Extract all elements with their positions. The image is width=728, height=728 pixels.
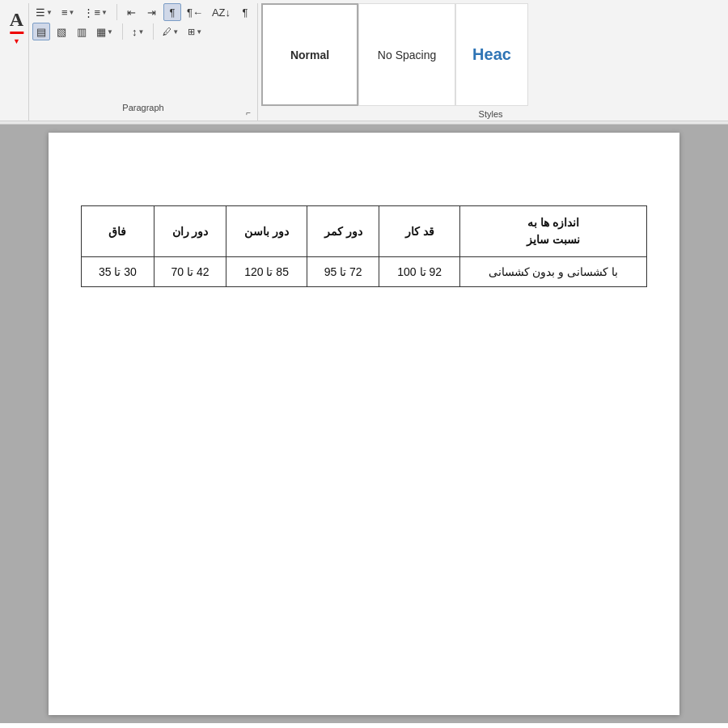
shading-icon: 🖊 <box>163 27 171 36</box>
rtl-paragraph-button[interactable]: ¶← <box>184 3 206 21</box>
paragraph-row-2: ▤ ▧ ▥ ▦ ▼ ↕ ▼ 🖊 <box>32 23 254 40</box>
align-left-button[interactable]: ▤ <box>32 23 50 40</box>
table-header-waist: دور کمر <box>307 206 379 257</box>
table-cell-thigh: 42 تا 70 <box>154 257 226 287</box>
paragraph-section: ☰ ▼ ≡ ▼ ⋮≡ ▼ ⇤ ⇥ ¶ <box>29 3 258 121</box>
show-marks-button[interactable]: ¶ <box>236 3 254 21</box>
table-row: با کشسانی و بدون کشسانی 92 تا 100 72 تا … <box>82 257 647 287</box>
separator3 <box>153 23 154 40</box>
table-cell-waist: 72 تا 95 <box>307 257 379 287</box>
dropdown-arrow-icon3: ▼ <box>101 9 108 16</box>
dropdown-arrow-icon7: ▼ <box>196 28 202 36</box>
paragraph-expand-button[interactable]: ⌐ <box>246 108 251 117</box>
align-right-icon: ▥ <box>77 26 87 38</box>
styles-row: Normal No Spacing Heac <box>261 3 720 106</box>
align-left-icon: ▤ <box>36 26 46 38</box>
style-normal-label: Normal <box>290 49 329 61</box>
table-header-height: قد کار <box>379 206 459 257</box>
bullet-list-button[interactable]: ☰ ▼ <box>32 3 56 21</box>
show-marks-icon: ¶ <box>243 6 248 19</box>
table-header-thigh: دور ران <box>154 206 226 257</box>
style-heading-button[interactable]: Heac <box>455 3 528 106</box>
measurements-table: اندازه ها بهنسبت سایز قد کار دور کمر دور… <box>81 205 647 287</box>
dropdown-arrow-icon4: ▼ <box>107 28 113 36</box>
decrease-indent-icon: ⇤ <box>127 6 136 19</box>
table-cell-hip: 85 تا 120 <box>226 257 307 287</box>
style-normal-button[interactable]: Normal <box>261 3 358 106</box>
separator <box>116 4 117 20</box>
line-spacing-icon: ↕ <box>132 26 138 38</box>
separator2 <box>122 23 123 40</box>
table-header-crotch: فاق <box>82 206 154 257</box>
dropdown-arrow-icon6: ▼ <box>172 28 179 36</box>
table-cell-height: 92 تا 100 <box>379 257 459 287</box>
justify-button[interactable]: ▦ ▼ <box>93 23 116 40</box>
document-page: اندازه ها بهنسبت سایز قد کار دور کمر دور… <box>49 133 679 715</box>
numbered-list-button[interactable]: ≡ ▼ <box>58 3 78 21</box>
increase-indent-button[interactable]: ⇥ <box>143 3 161 21</box>
dropdown-arrow-icon2: ▼ <box>69 9 75 16</box>
ribbon: A ▼ ☰ ▼ ≡ ▼ ⋮≡ ▼ <box>0 0 728 121</box>
align-right-button[interactable]: ▥ <box>73 23 91 40</box>
style-heading-label: Heac <box>472 45 511 64</box>
decrease-indent-button[interactable]: ⇤ <box>123 3 141 21</box>
dropdown-arrow-icon: ▼ <box>46 9 53 16</box>
font-format-icon: A <box>8 3 25 36</box>
line-spacing-button[interactable]: ↕ ▼ <box>129 23 147 40</box>
shading-button[interactable]: 🖊 ▼ <box>159 23 182 40</box>
dropdown-arrow-icon5: ▼ <box>138 28 144 36</box>
table-header-hip: دور باسن <box>226 206 307 257</box>
justify-icon: ▦ <box>96 26 106 38</box>
paragraph-section-label: Paragraph <box>32 101 254 114</box>
table-header-size: اندازه ها بهنسبت سایز <box>459 206 646 257</box>
table-cell-crotch: 30 تا 35 <box>82 257 154 287</box>
increase-indent-icon: ⇥ <box>147 6 156 19</box>
styles-section-label: Styles <box>261 106 720 121</box>
bullet-list-icon: ☰ <box>36 6 45 19</box>
page-area: اندازه ها بهنسبت سایز قد کار دور کمر دور… <box>0 125 728 723</box>
multilevel-list-button[interactable]: ⋮≡ ▼ <box>80 3 111 21</box>
paragraph-mark-icon: ¶ <box>169 6 175 19</box>
sort-icon: AZ↓ <box>212 6 231 19</box>
borders-button[interactable]: ⊞ ▼ <box>184 23 205 40</box>
rtl-icon: ¶← <box>187 6 203 19</box>
paragraph-row-1: ☰ ▼ ≡ ▼ ⋮≡ ▼ ⇤ ⇥ ¶ <box>32 3 254 21</box>
align-center-icon: ▧ <box>57 26 66 38</box>
align-center-button[interactable]: ▧ <box>53 23 70 40</box>
style-no-spacing-button[interactable]: No Spacing <box>358 3 455 106</box>
multilevel-list-icon: ⋮≡ <box>83 6 100 19</box>
borders-icon: ⊞ <box>188 27 195 37</box>
sort-button[interactable]: AZ↓ <box>209 3 234 21</box>
style-no-spacing-label: No Spacing <box>378 49 436 61</box>
table-header-row: اندازه ها بهنسبت سایز قد کار دور کمر دور… <box>82 206 647 257</box>
font-section: A ▼ <box>5 3 29 121</box>
styles-section: Normal No Spacing Heac Styles <box>258 3 723 121</box>
numbered-list-icon: ≡ <box>61 6 68 19</box>
table-cell-stretch: با کشسانی و بدون کشسانی <box>459 257 646 287</box>
show-formatting-button[interactable]: ¶ <box>163 3 181 21</box>
